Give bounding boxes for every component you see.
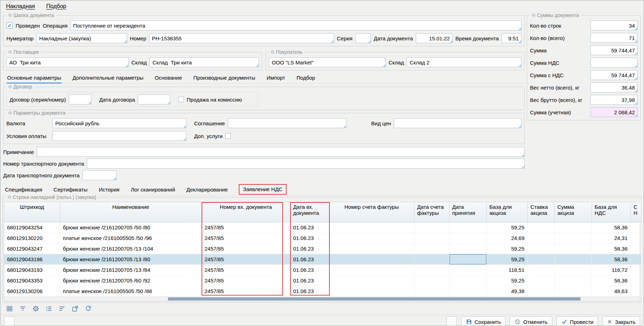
currency-input[interactable]: Российский рубль <box>52 118 186 128</box>
collapse-icon[interactable]: ⊖ <box>8 12 12 18</box>
tab[interactable]: Основные параметры <box>7 73 62 84</box>
collapse-icon[interactable]: ⊖ <box>271 49 275 55</box>
scrollbar-thumb[interactable] <box>168 297 581 301</box>
column-header[interactable]: Штрихкод <box>4 202 60 222</box>
table-cell[interactable] <box>329 222 414 233</box>
table-cell[interactable] <box>554 275 592 286</box>
tab[interactable]: Основание <box>154 73 182 84</box>
agreement-input[interactable] <box>228 118 346 128</box>
table-cell[interactable] <box>449 233 486 243</box>
table-cell[interactable]: 2457/85 <box>202 243 290 254</box>
table-cell[interactable] <box>554 243 592 254</box>
table-cell[interactable]: брюки женские /2161200705 /13 /104 <box>60 243 202 254</box>
table-cell[interactable] <box>554 233 592 243</box>
table-cell[interactable] <box>527 286 554 296</box>
table-cell[interactable]: 2457/85 <box>202 275 290 286</box>
collapse-icon[interactable]: ⊖ <box>532 12 536 18</box>
table-cell[interactable] <box>631 275 641 286</box>
table-cell[interactable]: 680129130220 <box>4 233 60 243</box>
commission-checkbox[interactable] <box>178 97 184 102</box>
table-cell[interactable]: 48,63 <box>592 286 631 296</box>
collapse-icon[interactable]: ⊖ <box>8 84 12 90</box>
table-cell[interactable] <box>527 264 554 275</box>
table-cell[interactable]: 59,25 <box>486 243 527 254</box>
table-cell[interactable] <box>631 233 641 243</box>
table-cell[interactable] <box>527 233 554 243</box>
toolbar-table-button[interactable] <box>5 304 15 313</box>
table-cell[interactable]: 680129130206 <box>4 286 60 296</box>
table-cell[interactable]: 01.06.23 <box>290 222 329 233</box>
table-row[interactable]: 680129130206платье женское /2161005505 /… <box>4 286 641 296</box>
table-cell[interactable]: платье женское /2161005505 /50 /88 <box>60 286 202 296</box>
table-cell[interactable] <box>414 286 449 296</box>
table-cell[interactable] <box>329 264 414 275</box>
table-cell[interactable]: 59,25 <box>486 222 527 233</box>
total-value-input[interactable]: 59 744,47 <box>591 70 638 80</box>
column-header[interactable]: Дата вх. документа <box>290 202 329 222</box>
proveden-checkbox[interactable] <box>6 22 13 29</box>
table-cell[interactable] <box>527 222 554 233</box>
toolbar-settings-button[interactable] <box>31 304 41 313</box>
table-cell[interactable] <box>554 264 592 275</box>
table-cell[interactable] <box>414 222 449 233</box>
table-cell[interactable]: брюки женские /2161200705 /13 /80 <box>60 254 202 264</box>
table-cell[interactable] <box>554 286 592 296</box>
table-cell[interactable] <box>554 254 592 264</box>
table-cell[interactable] <box>527 254 554 264</box>
table-cell[interactable]: 680129043353 <box>4 275 60 286</box>
table-cell[interactable]: 680129043186 <box>4 254 60 264</box>
contract-number-input[interactable] <box>69 95 91 104</box>
table-row[interactable]: 680129043193брюки женские /2161200705 /1… <box>4 264 641 275</box>
table-cell[interactable] <box>414 254 449 264</box>
table-row[interactable]: 680129043353брюки женские /2161200705 /6… <box>4 275 641 286</box>
table-cell[interactable]: 2457/85 <box>202 233 290 243</box>
table-cell[interactable]: 01.06.23 <box>290 264 329 275</box>
close-button[interactable]: Закрыть <box>602 316 640 326</box>
table-cell[interactable] <box>449 254 486 264</box>
table-cell[interactable]: 24,69 <box>486 233 527 243</box>
buyer-input[interactable]: ООО "LS Market" <box>269 57 386 67</box>
table-row[interactable]: 680129130220платье женское /2161005505 /… <box>4 233 641 243</box>
extra-services-checkbox[interactable] <box>225 133 231 139</box>
table-cell[interactable] <box>414 233 449 243</box>
table-cell[interactable]: 680129043254 <box>4 222 60 233</box>
total-value-input[interactable]: 37,98 <box>591 95 638 105</box>
table-cell[interactable]: 01.06.23 <box>290 233 329 243</box>
total-value-input[interactable]: 71 <box>591 33 638 43</box>
doc-date-input[interactable]: 15.01.22 <box>416 33 453 43</box>
column-header[interactable]: Дата принятия <box>449 202 486 222</box>
post-button[interactable]: Провести <box>557 316 598 326</box>
column-header[interactable]: Сумма акциза <box>554 202 592 222</box>
table-cell[interactable] <box>527 275 554 286</box>
numerator-input[interactable]: Накладные (закупка) <box>36 33 127 43</box>
total-value-input[interactable]: 59 744,47 <box>591 45 638 55</box>
contract-date-input[interactable] <box>138 95 170 104</box>
toolbar-filter-button[interactable] <box>18 304 28 313</box>
supplier-input[interactable]: АО Три кита <box>6 57 129 67</box>
table-cell[interactable]: 58,36 <box>592 243 631 254</box>
table-cell[interactable]: 680129043193 <box>4 264 60 275</box>
table-row[interactable]: 680129043254брюки женские /2161200705 /5… <box>4 222 641 233</box>
table-cell[interactable] <box>414 275 449 286</box>
tab[interactable]: Подбор <box>296 73 316 84</box>
table-cell[interactable] <box>631 286 641 296</box>
transport-date-input[interactable] <box>83 170 117 180</box>
column-header[interactable]: База для НДС <box>592 202 631 222</box>
table-cell[interactable]: 118,51 <box>486 264 527 275</box>
menu-item[interactable]: Подбор <box>46 3 66 10</box>
collapse-icon[interactable]: ⊖ <box>8 110 12 116</box>
collapse-icon[interactable]: ⊖ <box>7 194 11 200</box>
table-cell[interactable] <box>329 286 414 296</box>
refresh-button[interactable] <box>446 316 457 326</box>
tab[interactable]: Спецификация <box>5 185 43 195</box>
table-cell[interactable]: 2457/85 <box>202 264 290 275</box>
total-value-input[interactable] <box>591 58 638 68</box>
table-cell[interactable]: 58,36 <box>592 254 631 264</box>
table-cell[interactable]: 116,72 <box>592 264 631 275</box>
menu-item[interactable]: Накладная <box>6 3 35 10</box>
note-input[interactable] <box>37 147 525 157</box>
toolbar-refresh-button[interactable] <box>83 304 93 313</box>
toolbar-open-external-button[interactable] <box>70 304 80 313</box>
column-header[interactable]: Дата счета фактуры <box>414 202 449 222</box>
toolbar-sort-list-button[interactable] <box>57 304 67 313</box>
